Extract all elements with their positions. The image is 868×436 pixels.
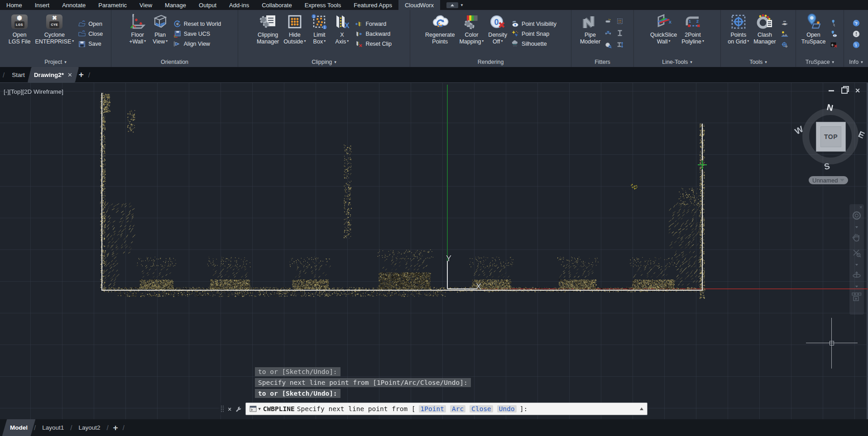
ribbon-tab-home[interactable]: Home	[0, 0, 29, 10]
align-view-button[interactable]: Align View	[173, 40, 221, 48]
target-settings-button[interactable]	[781, 41, 789, 49]
ribbon-tab-cloudworx[interactable]: CloudWorx	[398, 0, 440, 10]
command-option-close[interactable]: Close	[470, 405, 493, 412]
ribbon-tab-addins[interactable]: Add-ins	[223, 0, 255, 10]
named-view-pill[interactable]: Unnamed	[809, 176, 848, 184]
clash-manager-button[interactable]: Clash Manager	[752, 11, 777, 57]
truspace-view-button[interactable]	[830, 30, 838, 38]
chevron-down-icon[interactable]	[855, 226, 858, 228]
regenerate-points-button[interactable]: Regenerate Points	[423, 11, 456, 57]
ribbon-tab-view[interactable]: View	[133, 0, 158, 10]
wrench-icon[interactable]	[235, 406, 242, 412]
close-command-icon[interactable]: ✕	[228, 405, 231, 412]
steering-wheel-icon[interactable]	[852, 211, 862, 222]
patch-fit-button[interactable]	[616, 17, 624, 25]
points-on-grid-button[interactable]: Points on Grid▾	[726, 11, 751, 57]
panel-label-truspace[interactable]: TruSpace▾	[796, 57, 844, 67]
project-save-button[interactable]: Save	[78, 40, 103, 48]
steel-beam-button[interactable]	[616, 29, 624, 37]
project-open-button[interactable]: Open	[78, 20, 103, 28]
tab-model[interactable]: Model	[2, 419, 36, 436]
clip-backward-button[interactable]: Backward	[355, 30, 392, 38]
minimize-icon[interactable]	[829, 90, 834, 91]
orbit-icon[interactable]	[852, 270, 862, 282]
ribbon-tab-annotate[interactable]: Annotate	[56, 0, 92, 10]
command-option-arc[interactable]: Arc	[450, 405, 465, 412]
pan-hand-icon[interactable]	[852, 232, 862, 244]
valve-fit-button[interactable]	[604, 29, 612, 37]
ribbon-display-toggle[interactable]: ▼	[446, 2, 464, 8]
command-option-undo[interactable]: Undo	[497, 405, 517, 412]
viewport-controls-label[interactable]: [-][Top][2D Wireframe]	[4, 88, 63, 95]
pipe-fitting-button[interactable]	[604, 17, 612, 25]
ribbon-tab-manage[interactable]: Manage	[158, 0, 192, 10]
command-bar-grip[interactable]: ✕	[219, 402, 245, 415]
reset-to-world-button[interactable]: Reset to World	[173, 20, 221, 28]
density-off-button[interactable]: 0 Density Off▾	[486, 11, 509, 57]
showmotion-icon[interactable]	[851, 292, 862, 304]
limit-box-button[interactable]: 31 Limit Box▾	[308, 11, 330, 57]
close-tab-icon[interactable]: ✕	[67, 72, 72, 78]
truspace-off-button[interactable]: 0	[830, 41, 838, 49]
clip-forward-button[interactable]: Forward	[355, 20, 392, 28]
ribbon-tab-featured-apps[interactable]: Featured Apps	[347, 0, 398, 10]
panel-label-info[interactable]: Info▾	[844, 57, 868, 67]
sphere-fit-button[interactable]	[604, 41, 612, 49]
chevron-down-icon[interactable]	[855, 286, 858, 287]
zoom-icon[interactable]	[852, 248, 862, 260]
beam-height-button[interactable]	[616, 41, 624, 49]
floor-wall-button[interactable]: z Floor +Wall▾	[127, 11, 149, 57]
pipe-modeler-button[interactable]: Pipe Modeler	[578, 11, 602, 57]
viewcube[interactable]: N W E S TOP	[802, 108, 858, 164]
ribbon-tab-output[interactable]: Output	[192, 0, 223, 10]
clipping-manager-button[interactable]: Clipping Manager	[255, 11, 281, 57]
panel-label-line-tools[interactable]: Line-Tools▾	[634, 57, 720, 67]
panel-label-project[interactable]: Project▾	[0, 57, 111, 67]
reset-clip-button[interactable]: Reset Clip	[355, 40, 392, 48]
ribbon-tab-express-tools[interactable]: Express Tools	[298, 0, 348, 10]
two-point-polyline-button[interactable]: 12 2Point Polyline▾	[680, 11, 706, 57]
save-ucs-button[interactable]: Save UCS	[173, 30, 221, 38]
command-input[interactable]: ▼ CWBPLINE Specify next line point from …	[245, 402, 647, 415]
hide-outside-button[interactable]: Hide Outside▾	[282, 11, 307, 57]
panel-label-orientation[interactable]: Orientation	[111, 57, 238, 67]
panel-label-rendering[interactable]: Rendering	[410, 57, 571, 67]
help-icon-button[interactable]: ?	[852, 19, 860, 27]
about-icon-button[interactable]: i	[852, 41, 860, 49]
command-option-1point[interactable]: 1Point	[419, 405, 446, 412]
point-visibility-button[interactable]: Point Visibility	[511, 20, 556, 28]
command-history-expand-icon[interactable]	[640, 407, 643, 410]
tab-drawing2[interactable]: Drawing2*✕	[27, 67, 78, 82]
panel-label-tools[interactable]: Tools▾	[721, 57, 796, 67]
tab-layout2[interactable]: Layout2	[73, 419, 106, 436]
open-truspace-button[interactable]: Open TruSpace	[800, 11, 828, 57]
x-axis-clip-button[interactable]: X X Axis▾	[331, 11, 353, 57]
panel-label-fitters[interactable]: Fitters	[571, 57, 633, 67]
open-lgs-file-button[interactable]: ⬢LGS Open LGS File	[7, 11, 33, 57]
ambient-light-button[interactable]	[781, 30, 789, 38]
new-layout-button[interactable]: +	[110, 423, 122, 433]
chevron-down-icon[interactable]	[855, 264, 858, 266]
tab-start[interactable]: Start	[7, 67, 29, 82]
truspace-route-button[interactable]	[830, 19, 838, 27]
panel-label-clipping[interactable]: Clipping▾	[238, 57, 410, 67]
warning-icon-button[interactable]: !	[852, 30, 860, 38]
cyclone-enterprise-button[interactable]: ✖CYE Cyclone ENTERPRISE▾	[33, 11, 76, 57]
point-snap-button[interactable]: Point Snap	[511, 30, 556, 38]
ribbon-tab-insert[interactable]: Insert	[29, 0, 56, 10]
ribbon-tab-collaborate[interactable]: Collaborate	[255, 0, 298, 10]
command-prompt-icon[interactable]: ▼	[249, 406, 260, 412]
cloud-plane-button[interactable]	[781, 19, 789, 27]
color-mapping-button[interactable]: Color Mapping▾	[457, 11, 485, 57]
close-icon[interactable]: ✕	[855, 88, 860, 93]
restore-icon[interactable]	[841, 87, 848, 94]
quickslice-wall-button[interactable]: 1X QuickSlice Wall▾	[648, 11, 679, 57]
ribbon-tab-parametric[interactable]: Parametric	[92, 0, 133, 10]
plan-view-button[interactable]: Plan View▾	[149, 11, 171, 57]
project-close-button[interactable]: Close	[78, 30, 103, 38]
viewcube-top-face[interactable]: TOP	[816, 122, 846, 152]
silhouette-button[interactable]: Silhouette	[511, 40, 556, 48]
navbar-close-icon[interactable]: ✕	[859, 205, 863, 210]
new-drawing-button[interactable]: +	[79, 70, 84, 80]
tab-layout1[interactable]: Layout1	[37, 419, 69, 436]
